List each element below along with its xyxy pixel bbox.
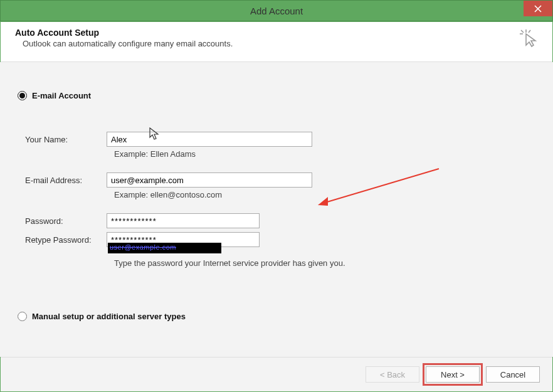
email-account-label: E-mail Account [32, 91, 91, 100]
click-cursor-icon [518, 28, 540, 53]
email-account-radio[interactable] [18, 91, 27, 100]
close-icon [534, 5, 542, 13]
password-input[interactable] [107, 213, 260, 228]
password-hint: Type the password your Internet service … [114, 258, 535, 268]
window-title: Add Account [250, 6, 303, 16]
email-account-option[interactable]: E-mail Account [18, 91, 535, 100]
email-example: Example: ellen@contoso.com [114, 190, 535, 199]
header-subtitle: Outlook can automatically configure many… [23, 39, 233, 48]
wizard-content: E-mail Account Your Name: Example: Ellen… [0, 62, 553, 357]
svg-line-3 [529, 30, 530, 33]
retype-label: Retype Password: [25, 235, 107, 245]
manual-setup-radio[interactable] [18, 312, 27, 321]
name-example: Example: Ellen Adams [114, 149, 535, 159]
name-input[interactable] [107, 132, 312, 147]
retype-password-input[interactable] [107, 232, 260, 247]
next-button[interactable]: Next > [426, 366, 480, 383]
password-label: Password: [25, 216, 107, 226]
manual-setup-option[interactable]: Manual setup or additional server types [18, 312, 535, 321]
cancel-button[interactable]: Cancel [486, 366, 540, 383]
title-bar: Add Account [0, 0, 553, 21]
wizard-header: Auto Account Setup Outlook can automatic… [0, 21, 553, 62]
manual-setup-label: Manual setup or additional server types [32, 312, 186, 321]
email-input[interactable] [107, 172, 312, 188]
back-button: < Back [366, 366, 419, 383]
header-title: Auto Account Setup [15, 28, 233, 38]
close-button[interactable] [524, 1, 552, 16]
svg-line-2 [521, 30, 524, 33]
name-label: Your Name: [25, 135, 107, 144]
email-label: E-mail Address: [25, 176, 107, 185]
wizard-footer: < Back Next > Cancel [1, 357, 552, 391]
